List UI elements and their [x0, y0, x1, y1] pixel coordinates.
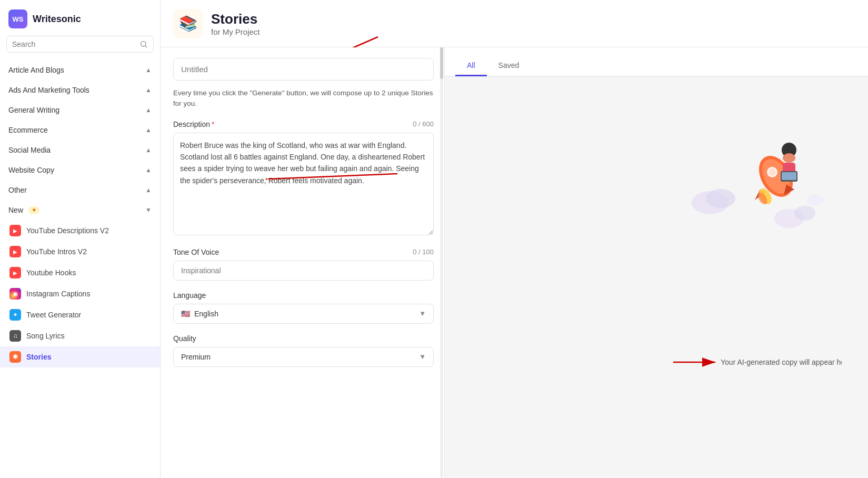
- sidebar-item-stories[interactable]: ❋ Stories: [0, 346, 160, 367]
- helper-text: Every time you click the "Generate" butt…: [173, 88, 434, 109]
- svg-point-0: [141, 42, 146, 46]
- right-panel: All Saved: [445, 47, 868, 478]
- song-lyrics-icon: ♫: [9, 330, 21, 342]
- description-textarea[interactable]: Robert Bruce was the king of Scotland, w…: [173, 133, 434, 235]
- tab-saved[interactable]: Saved: [487, 56, 531, 76]
- new-badge: ✦: [28, 206, 39, 214]
- sidebar-item-website-copy[interactable]: Website Copy ▲: [0, 160, 160, 180]
- sidebar-item-article-blogs[interactable]: Article And Blogs ▲: [0, 60, 160, 80]
- nav-categories: Article And Blogs ▲ Ads And Marketing To…: [0, 59, 160, 369]
- chevron-down-icon: ▼: [145, 206, 152, 214]
- chevron-down-icon: ▼: [419, 353, 426, 361]
- description-label: Description *: [173, 120, 214, 128]
- sidebar-item-instagram-captions[interactable]: ◉ Instagram Captions: [0, 283, 160, 304]
- nav-item-label: YouTube Descriptions V2: [26, 226, 109, 235]
- language-label-row: Language: [173, 291, 434, 300]
- sidebar-item-ecommerce[interactable]: Ecommerce ▲: [0, 120, 160, 140]
- form-panel: Every time you click the "Generate" butt…: [161, 47, 445, 478]
- header-title-wrap: Stories for My Project: [211, 11, 260, 36]
- language-flag: 🇺🇸: [181, 310, 190, 318]
- page-title: Stories: [211, 11, 260, 27]
- app-logo-badge: WS: [8, 9, 27, 28]
- rocket-illustration: [679, 108, 826, 245]
- tone-input[interactable]: [173, 261, 434, 281]
- quality-select[interactable]: Premium ▼: [173, 347, 434, 367]
- tone-label-row: Tone Of Voice 0 / 100: [173, 248, 434, 256]
- category-label: General Writing: [8, 106, 59, 114]
- search-icon: [139, 40, 148, 48]
- category-label: Other: [8, 186, 27, 194]
- search-input[interactable]: [12, 40, 135, 48]
- sidebar-item-tweet-generator[interactable]: ✦ Tweet Generator: [0, 304, 160, 325]
- description-label-row: Description * 0 / 600: [173, 120, 434, 128]
- search-bar[interactable]: [6, 36, 154, 53]
- svg-line-1: [145, 46, 147, 47]
- sidebar-item-ads-marketing[interactable]: Ads And Marketing Tools ▲: [0, 80, 160, 100]
- sidebar-item-other[interactable]: Other ▲: [0, 180, 160, 200]
- language-select[interactable]: 🇺🇸 English ▼: [173, 304, 434, 324]
- category-label: Article And Blogs: [8, 66, 64, 74]
- category-label: Ads And Marketing Tools: [8, 86, 89, 94]
- sidebar: WS Writesonic Article And Blogs ▲ Ads An…: [0, 0, 161, 478]
- main-area: 📚 Stories for My Project Every time you …: [161, 0, 868, 478]
- quality-label-row: Quality: [173, 334, 434, 343]
- svg-text:Your AI-generated copy will ap: Your AI-generated copy will appear here.: [721, 358, 842, 366]
- tone-field-group: Tone Of Voice 0 / 100: [173, 248, 434, 281]
- chevron-up-icon: ▲: [145, 86, 152, 94]
- svg-point-14: [769, 168, 776, 176]
- chevron-up-icon: ▲: [145, 66, 152, 74]
- sidebar-item-youtube-intros[interactable]: ▶ YouTube Intros V2: [0, 241, 160, 262]
- sidebar-item-song-lyrics[interactable]: ♫ Song Lyrics: [0, 325, 160, 346]
- svg-point-7: [706, 189, 735, 208]
- quality-text: Premium: [181, 353, 211, 361]
- sidebar-item-general-writing[interactable]: General Writing ▲: [0, 100, 160, 120]
- chevron-down-icon: ▼: [419, 310, 426, 317]
- sidebar-item-social-media[interactable]: Social Media ▲: [0, 140, 160, 160]
- page-subtitle: for My Project: [211, 27, 260, 36]
- quality-select-value: Premium: [181, 353, 211, 361]
- youtube-hooks-icon: ▶: [9, 267, 21, 278]
- nav-item-label: Youtube Hooks: [26, 268, 76, 277]
- chevron-up-icon: ▲: [145, 146, 152, 154]
- twitter-icon: ✦: [9, 309, 21, 321]
- description-counter: 0 / 600: [413, 120, 434, 128]
- app-name: Writesonic: [33, 14, 81, 25]
- tone-label: Tone Of Voice: [173, 248, 219, 256]
- tone-counter: 0 / 100: [413, 248, 434, 256]
- content-area: Every time you click the "Generate" butt…: [161, 47, 868, 478]
- youtube-intros-icon: ▶: [9, 246, 21, 257]
- nav-item-label: YouTube Intros V2: [26, 247, 87, 256]
- svg-point-10: [807, 194, 824, 206]
- quality-field-group: Quality Premium ▼: [173, 334, 434, 367]
- results-area: Your AI-generated copy will appear here.: [445, 76, 868, 478]
- tab-all[interactable]: All: [455, 56, 487, 76]
- svg-point-9: [794, 206, 815, 221]
- stories-icon: ❋: [9, 351, 21, 363]
- page-header: 📚 Stories for My Project: [161, 0, 868, 47]
- title-input[interactable]: [173, 58, 434, 81]
- sidebar-item-youtube-hooks[interactable]: ▶ Youtube Hooks: [0, 262, 160, 283]
- description-field-group: Description * 0 / 600 Rob: [173, 120, 434, 237]
- scrollbar-track[interactable]: [440, 47, 443, 478]
- nav-item-label: Tweet Generator: [26, 311, 81, 319]
- tabs-bar: All Saved: [445, 47, 868, 76]
- required-asterisk: *: [212, 120, 214, 128]
- scrollbar-thumb[interactable]: [440, 47, 443, 79]
- quality-label: Quality: [173, 334, 196, 343]
- sidebar-item-youtube-desc[interactable]: ▶ YouTube Descriptions V2: [0, 220, 160, 241]
- language-label: Language: [173, 291, 206, 300]
- chevron-up-icon: ▲: [145, 186, 152, 194]
- nav-item-label: Instagram Captions: [26, 290, 90, 298]
- language-field-group: Language 🇺🇸 English ▼: [173, 291, 434, 324]
- svg-rect-23: [782, 172, 796, 180]
- language-text: English: [194, 310, 218, 318]
- svg-point-20: [783, 153, 795, 163]
- chevron-up-icon: ▲: [145, 106, 152, 114]
- chevron-up-icon: ▲: [145, 166, 152, 174]
- header-icon: 📚: [173, 9, 203, 38]
- category-label: Website Copy: [8, 166, 54, 174]
- nav-item-label: Song Lyrics: [26, 332, 65, 340]
- language-select-value: 🇺🇸 English: [181, 310, 218, 318]
- category-label: Ecommerce: [8, 126, 48, 134]
- sidebar-item-new[interactable]: New ✦ ▼: [0, 200, 160, 220]
